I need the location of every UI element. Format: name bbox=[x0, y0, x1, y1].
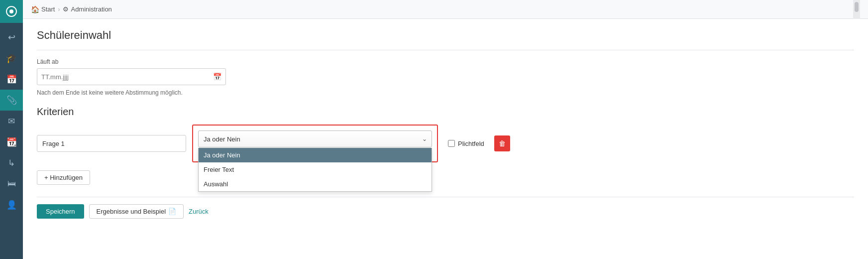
sidebar-item-transfer[interactable]: ↳ bbox=[0, 152, 23, 173]
dropdown-selected-value[interactable]: Ja oder Nein bbox=[198, 130, 432, 147]
calendar-icon[interactable]: 📅 bbox=[213, 73, 221, 81]
criteria-title: Kriterien bbox=[37, 106, 854, 118]
hint-text: Nach dem Ende ist keine weitere Abstimmu… bbox=[37, 89, 854, 96]
results-label: Ergebnisse und Beispiel bbox=[97, 208, 166, 215]
trash-icon: 🗑 bbox=[499, 139, 506, 147]
page-content: Schülereinwahl Läuft ab 📅 Nach dem Ende … bbox=[23, 19, 868, 259]
sidebar: ↩ 🎓 📅 📎 ✉ 📆 ↳ 🛏 👤 bbox=[0, 0, 23, 259]
svg-point-1 bbox=[9, 9, 13, 13]
topbar-scrollbar bbox=[853, 0, 860, 19]
home-icon: 🏠 bbox=[31, 5, 39, 13]
criteria-row-1: Ja oder Nein ⌄ Ja oder Nein Freier Text … bbox=[37, 125, 854, 162]
admin-label: Administration bbox=[71, 5, 111, 13]
scrollbar-thumb bbox=[855, 2, 859, 12]
sidebar-item-education[interactable]: 🎓 bbox=[0, 48, 23, 69]
save-label: Speichern bbox=[46, 208, 75, 215]
pflichtfeld-text: Plichtfeld bbox=[458, 140, 484, 147]
pflichtfeld-checkbox[interactable] bbox=[448, 140, 455, 147]
expires-label: Läuft ab bbox=[37, 58, 854, 65]
sidebar-logo[interactable] bbox=[0, 0, 23, 23]
footer-bar: Speichern Ergebnisse und Beispiel 📄 Zurü… bbox=[37, 197, 854, 219]
sidebar-item-paperclip[interactable]: 📎 bbox=[0, 90, 23, 111]
frage-input[interactable] bbox=[37, 135, 186, 152]
sidebar-item-mail[interactable]: ✉ bbox=[0, 111, 23, 131]
save-button[interactable]: Speichern bbox=[37, 204, 84, 219]
date-input-wrapper: 📅 bbox=[37, 68, 226, 85]
gear-icon: ⚙ bbox=[63, 5, 69, 13]
breadcrumb-separator: › bbox=[58, 6, 60, 13]
topbar: 🏠 Start › ⚙ Administration bbox=[23, 0, 868, 19]
dropdown-trigger[interactable]: Ja oder Nein ⌄ bbox=[198, 130, 432, 147]
main-content: 🏠 Start › ⚙ Administration Schülereinwah… bbox=[23, 0, 868, 259]
back-label: Zurück bbox=[189, 208, 209, 215]
date-input[interactable] bbox=[41, 73, 213, 81]
sidebar-item-sleep[interactable]: 🛏 bbox=[0, 173, 23, 194]
sidebar-item-back[interactable]: ↩ bbox=[0, 27, 23, 48]
title-divider bbox=[37, 50, 854, 50]
results-icon: 📄 bbox=[168, 208, 176, 215]
page-title: Schülereinwahl bbox=[37, 29, 854, 42]
home-label: Start bbox=[41, 5, 55, 13]
dropdown-option-ja-oder-nein[interactable]: Ja oder Nein bbox=[199, 148, 432, 162]
back-link[interactable]: Zurück bbox=[189, 208, 209, 215]
dropdown-option-freier-text[interactable]: Freier Text bbox=[199, 162, 432, 177]
sidebar-item-event[interactable]: 📆 bbox=[0, 131, 23, 152]
topbar-home-link[interactable]: 🏠 Start bbox=[31, 5, 55, 13]
add-criteria-button[interactable]: + Hinzufügen bbox=[37, 170, 90, 185]
topbar-admin-link[interactable]: ⚙ Administration bbox=[63, 5, 111, 13]
delete-row-button[interactable]: 🗑 bbox=[494, 135, 510, 151]
dropdown-container: Ja oder Nein ⌄ Ja oder Nein Freier Text … bbox=[198, 130, 432, 147]
sidebar-item-user[interactable]: 👤 bbox=[0, 194, 23, 215]
dropdown-options-list: Ja oder Nein Freier Text Auswahl bbox=[198, 148, 432, 192]
dropdown-highlight-box: Ja oder Nein ⌄ Ja oder Nein Freier Text … bbox=[192, 125, 438, 162]
sidebar-item-calendar[interactable]: 📅 bbox=[0, 69, 23, 90]
dropdown-option-auswahl[interactable]: Auswahl bbox=[199, 177, 432, 191]
pflichtfeld-label[interactable]: Plichtfeld bbox=[448, 140, 484, 147]
results-button[interactable]: Ergebnisse und Beispiel 📄 bbox=[89, 204, 184, 219]
add-button-label: + Hinzufügen bbox=[44, 174, 83, 181]
dropdown-value-text: Ja oder Nein bbox=[204, 135, 240, 143]
